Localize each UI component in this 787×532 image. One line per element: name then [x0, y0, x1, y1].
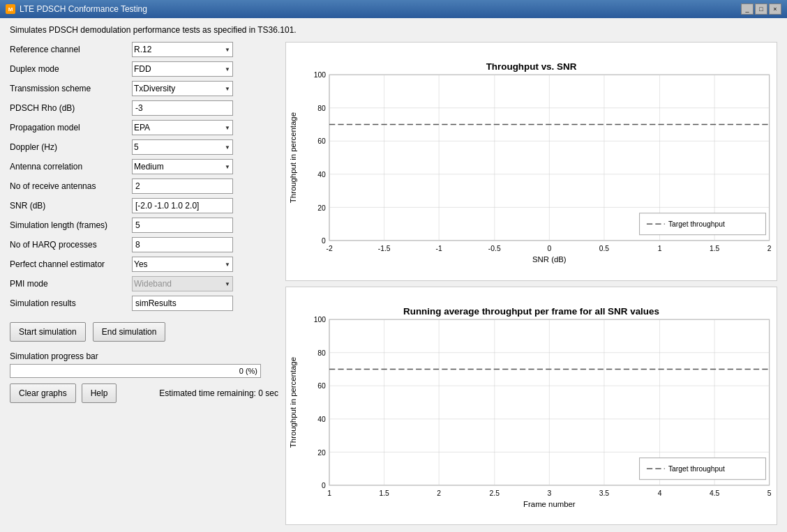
svg-text:0: 0	[322, 237, 326, 245]
label-pmi-mode: PMI mode	[10, 279, 132, 289]
svg-text:0.5: 0.5	[599, 245, 610, 252]
select-transmission-scheme[interactable]: TxDiversity SpatialMux	[132, 81, 233, 96]
title-bar: M LTE PDSCH Conformance Testing _ □ ×	[0, 0, 787, 18]
svg-text:40: 40	[317, 415, 326, 423]
chart-bottom-xlabel: Frame number	[523, 499, 576, 508]
svg-text:20: 20	[317, 204, 326, 212]
form-row-channel-estimator: Perfect channel estimator Yes No	[10, 257, 278, 272]
svg-text:60: 60	[317, 382, 326, 390]
svg-text:-0.5: -0.5	[488, 245, 501, 252]
window-title: LTE PDSCH Conformance Testing	[20, 4, 147, 14]
chart-top-svg: Throughput vs. SNR	[286, 43, 777, 280]
svg-text:40: 40	[317, 171, 326, 178]
label-reference-channel: Reference channel	[10, 45, 132, 54]
select-duplex-mode[interactable]: FDD TDD	[132, 61, 233, 77]
label-doppler: Doppler (Hz)	[10, 142, 132, 152]
clear-graphs-button[interactable]: Clear graphs	[10, 383, 76, 403]
input-sim-results[interactable]	[132, 296, 233, 311]
bottom-left-buttons: Clear graphs Help	[10, 383, 117, 403]
close-button[interactable]: ×	[769, 3, 781, 15]
form-row-antenna-correlation: Antenna correlation Low Medium High	[10, 159, 278, 174]
svg-text:1: 1	[327, 489, 331, 497]
start-simulation-button[interactable]: Start simulation	[10, 322, 86, 342]
chart-bottom-legend: Target throughput	[668, 465, 725, 473]
form-row-propagation-model: Propagation model EPA EVA ETU	[10, 120, 278, 135]
select-wrapper-reference-channel: R.12	[132, 42, 233, 57]
label-channel-estimator: Perfect channel estimator	[10, 259, 132, 269]
select-wrapper-transmission-scheme: TxDiversity SpatialMux	[132, 81, 233, 96]
select-wrapper-duplex-mode: FDD TDD	[132, 61, 233, 77]
right-panel: Throughput vs. SNR	[285, 42, 777, 525]
svg-text:2: 2	[767, 245, 772, 252]
form-row-sim-length: Simulation length (frames)	[10, 218, 278, 233]
input-snr[interactable]	[132, 198, 233, 213]
select-channel-estimator[interactable]: Yes No	[132, 257, 233, 272]
progress-bar-container: 0 (%)	[10, 364, 261, 378]
svg-text:3: 3	[547, 489, 551, 497]
progress-section: Simulation progress bar 0 (%)	[10, 351, 278, 378]
progress-label: Simulation progress bar	[10, 351, 278, 361]
form-row-pdsch-rho: PDSCH Rho (dB)	[10, 100, 278, 116]
svg-text:-1: -1	[436, 245, 442, 252]
svg-text:4.5: 4.5	[710, 489, 720, 497]
end-simulation-button[interactable]: End simulation	[93, 322, 166, 342]
label-receive-antennas: No of receive antennas	[10, 181, 132, 191]
main-content: Simulates PDSCH demodulation performance…	[0, 18, 787, 532]
svg-text:100: 100	[314, 316, 326, 324]
body-area: Reference channel R.12 Duplex mode FDD T…	[10, 42, 777, 525]
svg-text:0: 0	[322, 482, 326, 489]
chart-top: Throughput vs. SNR	[285, 42, 777, 281]
select-antenna-correlation[interactable]: Low Medium High	[132, 159, 233, 174]
subtitle: Simulates PDSCH demodulation performance…	[10, 25, 777, 35]
estimated-time-value: 0 sec	[258, 388, 278, 398]
label-transmission-scheme: Transmission scheme	[10, 84, 132, 93]
form-row-snr: SNR (dB)	[10, 198, 278, 213]
select-wrapper-doppler: 5 70 300	[132, 139, 233, 155]
input-harq[interactable]	[132, 237, 233, 252]
chart-bottom: Running average throughput per frame for…	[285, 287, 777, 526]
svg-text:1.5: 1.5	[710, 245, 720, 252]
chart-top-ylabel: Throughput in percentage	[289, 112, 297, 203]
svg-text:2: 2	[437, 489, 441, 497]
label-pdsch-rho: PDSCH Rho (dB)	[10, 103, 132, 113]
form-row-pmi-mode: PMI mode Wideband	[10, 276, 278, 291]
svg-text:4: 4	[658, 489, 662, 497]
form-row-reference-channel: Reference channel R.12	[10, 42, 278, 57]
left-panel: Reference channel R.12 Duplex mode FDD T…	[10, 42, 278, 525]
select-wrapper-channel-estimator: Yes No	[132, 257, 233, 272]
svg-text:0: 0	[547, 245, 551, 252]
input-pdsch-rho[interactable]	[132, 100, 233, 116]
minimize-button[interactable]: _	[741, 3, 754, 15]
form-row-receive-antennas: No of receive antennas	[10, 178, 278, 194]
help-button[interactable]: Help	[82, 383, 117, 403]
select-wrapper-antenna-correlation: Low Medium High	[132, 159, 233, 174]
label-antenna-correlation: Antenna correlation	[10, 162, 132, 172]
title-bar-left: M LTE PDSCH Conformance Testing	[6, 4, 147, 14]
select-pmi-mode[interactable]: Wideband	[132, 276, 233, 291]
input-sim-length[interactable]	[132, 218, 233, 233]
select-wrapper-pmi-mode: Wideband	[132, 276, 233, 291]
simulation-buttons-row: Start simulation End simulation	[10, 322, 278, 342]
form-row-sim-results: Simulation results	[10, 296, 278, 311]
svg-text:5: 5	[767, 489, 772, 497]
form-row-duplex-mode: Duplex mode FDD TDD	[10, 61, 278, 77]
chart-bottom-title: Running average throughput per frame for…	[403, 305, 659, 316]
title-bar-buttons[interactable]: _ □ ×	[741, 3, 781, 15]
label-harq: No of HARQ processes	[10, 240, 132, 250]
label-propagation-model: Propagation model	[10, 123, 132, 132]
svg-text:60: 60	[317, 137, 326, 145]
select-doppler[interactable]: 5 70 300	[132, 139, 233, 155]
form-row-transmission-scheme: Transmission scheme TxDiversity SpatialM…	[10, 81, 278, 96]
chart-top-legend: Target throughput	[668, 220, 725, 228]
select-reference-channel[interactable]: R.12	[132, 42, 233, 57]
svg-text:100: 100	[314, 71, 326, 79]
select-propagation-model[interactable]: EPA EVA ETU	[132, 120, 233, 135]
svg-text:1: 1	[658, 245, 662, 252]
maximize-button[interactable]: □	[755, 3, 767, 15]
progress-text: 0 (%)	[239, 367, 257, 375]
input-receive-antennas[interactable]	[132, 178, 233, 194]
chart-top-title: Throughput vs. SNR	[486, 61, 577, 72]
chart-bottom-ylabel: Throughput in percentage	[289, 357, 297, 448]
select-wrapper-propagation-model: EPA EVA ETU	[132, 120, 233, 135]
svg-text:2.5: 2.5	[490, 489, 500, 497]
